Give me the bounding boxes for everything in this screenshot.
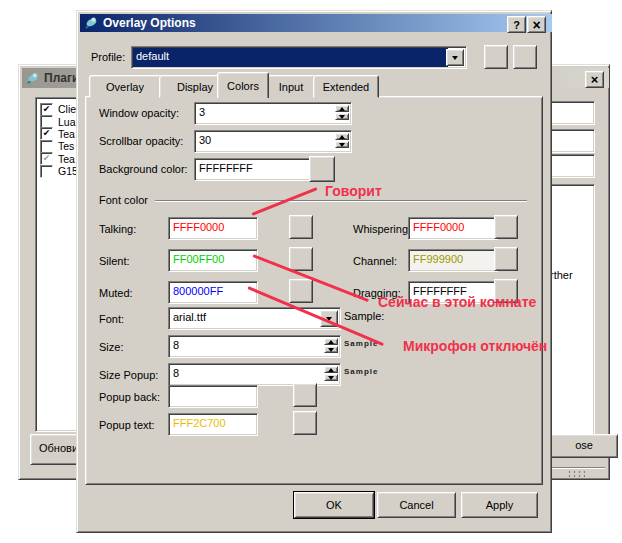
silent-color-field[interactable]: FF00FF00 xyxy=(168,249,258,272)
close-button-label: ose xyxy=(575,439,593,451)
tab-overlay[interactable]: Overlay xyxy=(89,75,161,98)
desktop: Плаги × ✔ Clie Lua ✔ Tea Tes ✔ xyxy=(0,0,622,543)
arrow-up-icon xyxy=(328,340,334,344)
tab-extended[interactable]: Extended xyxy=(313,75,379,98)
profile-dropdown-button[interactable] xyxy=(446,49,464,66)
silent-color-pick-button[interactable] xyxy=(289,247,313,271)
plugin-label: Lua xyxy=(58,116,76,128)
profile-label: Profile: xyxy=(91,51,125,63)
muted-label: Muted: xyxy=(99,287,133,299)
group-divider xyxy=(155,200,527,202)
app-icon xyxy=(84,16,98,30)
font-color-group-label: Font color xyxy=(99,194,148,206)
size-spinbox[interactable]: 8 xyxy=(168,335,341,358)
plugin-checkbox[interactable]: ✔ xyxy=(40,103,53,116)
channel-color-pick-button[interactable] xyxy=(494,247,518,271)
help-button[interactable]: ? xyxy=(507,16,526,33)
popup-text-label: Popup text: xyxy=(99,419,155,431)
dialog-titlebar[interactable]: Overlay Options xyxy=(80,14,552,32)
plugin-checkbox[interactable] xyxy=(40,115,53,128)
scrollbar-opacity-spinbox[interactable]: 30 xyxy=(194,130,352,153)
muted-color-pick-button[interactable] xyxy=(289,279,313,303)
plugins-window-title: Плаги xyxy=(44,71,79,85)
whispering-color-pick-button[interactable] xyxy=(494,215,518,239)
profile-add-button[interactable] xyxy=(484,45,508,69)
plugin-label: Tea xyxy=(58,128,75,140)
sample-label: Sample: xyxy=(344,310,384,322)
plugin-checkbox[interactable]: ✔ xyxy=(40,152,53,165)
tab-colors[interactable]: Colors xyxy=(217,72,269,98)
background-color-field[interactable]: FFFFFFFF xyxy=(194,158,314,181)
popup-back-label: Popup back: xyxy=(99,391,160,403)
spin-up-button[interactable] xyxy=(324,338,338,345)
check-icon: ✔ xyxy=(43,154,51,163)
window-opacity-spinbox[interactable]: 3 xyxy=(194,102,352,125)
font-combobox[interactable]: arial.ttf xyxy=(168,307,341,330)
resize-grip[interactable] xyxy=(567,470,585,477)
cancel-button[interactable]: Cancel xyxy=(377,492,456,518)
arrow-down-icon xyxy=(328,376,334,380)
whispering-color-field[interactable]: FFFF0000 xyxy=(408,217,498,240)
profile-combobox[interactable]: default xyxy=(131,46,467,69)
plugin-label: G15 xyxy=(58,165,78,177)
help-icon: ? xyxy=(513,19,520,31)
profile-delete-button[interactable] xyxy=(513,45,537,69)
size-popup-label: Size Popup: xyxy=(99,369,158,381)
scrollbar-opacity-label: Scrollbar opacity: xyxy=(99,135,183,147)
dialog-title: Overlay Options xyxy=(103,16,196,30)
annotation-mic: Микрофон отключён xyxy=(403,338,547,354)
arrow-up-icon xyxy=(339,135,345,139)
text-fragment: rther xyxy=(550,269,573,281)
muted-color-field[interactable]: 800000FF xyxy=(168,281,258,304)
talking-label: Talking: xyxy=(99,223,136,235)
spin-down-button[interactable] xyxy=(324,346,338,353)
plugin-label: Tes xyxy=(58,140,74,152)
plugin-label: Clie xyxy=(58,103,76,115)
ok-button[interactable]: OK xyxy=(294,492,374,518)
plugin-checkbox[interactable]: ✔ xyxy=(40,127,53,140)
plugins-close-button[interactable]: × xyxy=(585,71,604,88)
annotation-room: Сейчас в этой комнате xyxy=(378,294,536,310)
arrow-up-icon xyxy=(339,107,345,111)
profile-selected-value: default xyxy=(133,48,448,67)
talking-color-pick-button[interactable] xyxy=(289,215,313,239)
arrow-up-icon xyxy=(328,368,334,372)
popup-text-pick-button[interactable] xyxy=(293,411,317,435)
channel-color-field[interactable]: FF999900 xyxy=(408,249,498,272)
apply-button[interactable]: Apply xyxy=(461,492,538,518)
plugin-checkbox[interactable] xyxy=(40,165,53,178)
tab-input[interactable]: Input xyxy=(267,75,315,98)
plugin-label: Tea xyxy=(58,153,75,165)
annotation-talking: Говорит xyxy=(325,183,382,199)
popup-text-field[interactable]: FFF2C700 xyxy=(168,413,258,436)
spin-up-button[interactable] xyxy=(335,105,349,112)
talking-color-field[interactable]: FFFF0000 xyxy=(168,217,258,240)
spin-up-button[interactable] xyxy=(335,133,349,140)
popup-back-pick-button[interactable] xyxy=(293,383,317,407)
plugin-checkbox[interactable] xyxy=(40,140,53,153)
spin-down-button[interactable] xyxy=(335,113,349,120)
whispering-label: Whispering: xyxy=(353,223,411,235)
size-label: Size: xyxy=(99,341,123,353)
arrow-down-icon xyxy=(339,143,345,147)
silent-label: Silent: xyxy=(99,255,130,267)
plugins-window-icon xyxy=(26,72,39,85)
spin-down-button[interactable] xyxy=(324,374,338,381)
spin-down-button[interactable] xyxy=(335,141,349,148)
window-opacity-label: Window opacity: xyxy=(99,107,179,119)
update-button-label: Обнови xyxy=(39,442,78,454)
check-icon: ✔ xyxy=(43,105,51,114)
spin-up-button[interactable] xyxy=(324,366,338,373)
popup-back-field[interactable] xyxy=(168,385,258,408)
size-popup-sample-preview: Sample xyxy=(344,367,378,376)
channel-label: Channel: xyxy=(353,255,397,267)
close-icon: × xyxy=(591,72,599,87)
background-color-pick-button[interactable] xyxy=(309,156,335,182)
arrow-down-icon xyxy=(328,348,334,352)
overlay-options-dialog: Overlay Options ? × Profile: default Ove… xyxy=(76,10,552,533)
close-button[interactable]: × xyxy=(527,16,546,33)
arrow-down-icon xyxy=(339,115,345,119)
check-icon: ✔ xyxy=(43,129,51,138)
chevron-down-icon xyxy=(452,56,458,60)
close-icon: × xyxy=(532,17,540,33)
